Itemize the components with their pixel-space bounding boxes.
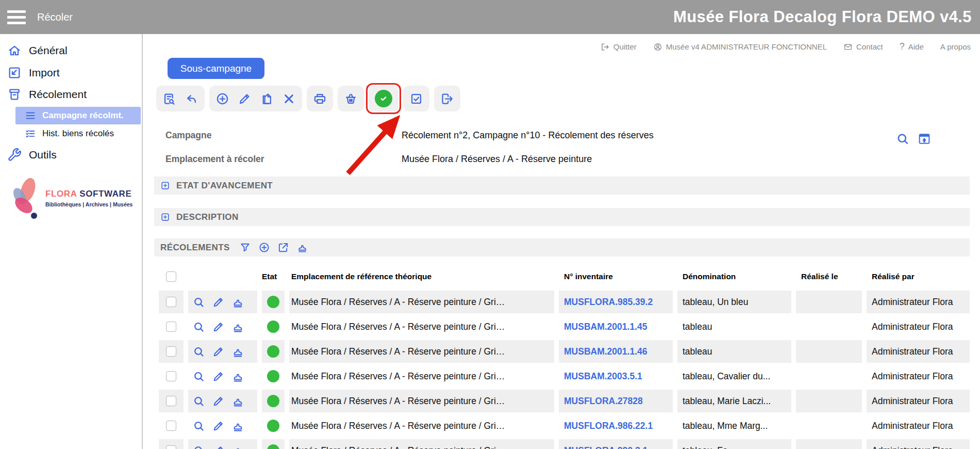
a-propos-button[interactable]: A propos <box>940 42 971 51</box>
row-actions <box>188 439 257 449</box>
denomination-cell: tableau, Marie Laczi... <box>677 390 791 412</box>
view-search-icon[interactable] <box>192 395 205 408</box>
aide-button[interactable]: ? Aide <box>900 41 924 52</box>
print-icon[interactable] <box>313 92 327 106</box>
status-dot-green <box>267 395 279 407</box>
row-actions <box>188 414 257 437</box>
view-search-icon[interactable] <box>192 296 205 309</box>
sidebar: Général Import Récolement Campagne récol… <box>0 34 143 449</box>
mail-icon <box>843 42 853 52</box>
edit-icon[interactable] <box>212 345 225 358</box>
denomination-cell: tableau, Mme Marg... <box>677 414 791 437</box>
stamp-icon[interactable] <box>231 345 244 358</box>
expand-plus-icon[interactable] <box>160 212 170 222</box>
status-cell <box>262 390 285 412</box>
undo-icon[interactable] <box>185 92 198 106</box>
basket-icon[interactable] <box>344 92 358 106</box>
contact-button[interactable]: Contact <box>843 42 883 52</box>
edit-icon[interactable] <box>238 92 252 106</box>
edit-icon[interactable] <box>212 370 225 383</box>
add-icon[interactable] <box>215 92 229 106</box>
sidebar-item-import[interactable]: Import <box>7 63 60 82</box>
list-search-icon[interactable] <box>162 92 176 106</box>
delete-icon[interactable] <box>282 92 296 106</box>
check-icon <box>378 93 389 104</box>
toolbar <box>156 86 460 111</box>
header-etat: Etat <box>262 266 285 287</box>
row-checkbox[interactable] <box>166 297 176 307</box>
section-etat-avancement: ETAT D'AVANCEMENT <box>154 177 970 195</box>
edit-icon[interactable] <box>212 296 225 309</box>
inventory-link-text[interactable]: MUSBAM.2001.1.46 <box>564 346 647 357</box>
stamp-icon[interactable] <box>296 242 308 253</box>
quitter-button[interactable]: Quitter <box>601 42 637 52</box>
inventory-link-text[interactable]: MUSBAM.2003.5.1 <box>564 371 642 382</box>
status-cell <box>262 414 285 437</box>
toolbar-group-navigation <box>156 86 205 111</box>
open-window-icon[interactable] <box>917 132 932 146</box>
inventory-link-text[interactable]: MUSFLORA.990.3.1 <box>564 445 647 449</box>
hamburger-menu-icon[interactable] <box>7 10 26 24</box>
view-search-icon[interactable] <box>192 444 205 449</box>
realise-le-cell <box>796 439 862 449</box>
current-user[interactable]: Musée v4 ADMINISTRATEUR FONCTIONNEL <box>653 42 827 52</box>
sidebar-item-campagne-recolement[interactable]: Campagne récolmt. <box>15 107 141 124</box>
inventory-link-text[interactable]: MUSFLORA.985.39.2 <box>564 297 653 308</box>
filter-funnel-icon[interactable] <box>239 242 251 253</box>
inventory-number-link: MUSBAM.2001.1.46 <box>559 340 673 363</box>
inventory-link-text[interactable]: MUSBAM.2001.1.45 <box>564 322 647 332</box>
tab-sous-campagne[interactable]: Sous-campagne <box>168 58 264 79</box>
view-search-icon[interactable] <box>192 370 205 383</box>
status-dot-green <box>267 320 279 333</box>
row-checkbox-cell <box>159 414 184 437</box>
inventory-link-text[interactable]: MUSFLORA.986.22.1 <box>564 421 653 431</box>
home-icon <box>7 43 22 58</box>
status-dot-green <box>267 420 279 432</box>
row-checkbox[interactable] <box>166 421 176 431</box>
row-checkbox[interactable] <box>166 396 176 406</box>
external-link-icon[interactable] <box>277 242 289 253</box>
edit-icon[interactable] <box>212 420 225 432</box>
sidebar-item-hist-biens-recoles[interactable]: Hist. biens récolés <box>15 125 141 142</box>
edit-icon[interactable] <box>212 320 225 333</box>
export-icon[interactable] <box>440 92 454 106</box>
view-search-icon[interactable] <box>192 320 205 333</box>
view-search-icon[interactable] <box>192 345 205 358</box>
toolbar-group-export <box>434 86 460 111</box>
sidebar-item-recolement[interactable]: Récolement <box>7 85 87 104</box>
brand-tagline: Bibliothèques | Archives | Musées <box>45 201 132 207</box>
sidebar-item-outils[interactable]: Outils <box>7 146 57 164</box>
stamp-icon[interactable] <box>231 370 244 383</box>
stamp-icon[interactable] <box>231 420 244 432</box>
validate-green-check-button[interactable] <box>375 90 392 107</box>
sidebar-item-general[interactable]: Général <box>7 41 68 60</box>
denomination-cell: tableau, Fe... <box>677 439 791 449</box>
section-description: DESCRIPTION <box>154 208 970 226</box>
row-checkbox[interactable] <box>166 371 176 381</box>
search-icon[interactable] <box>895 132 910 146</box>
multi-select-icon[interactable] <box>409 92 423 106</box>
table-row: Musée Flora / Réserves / A - Réserve pei… <box>159 340 970 363</box>
expand-plus-icon[interactable] <box>160 181 170 190</box>
add-icon[interactable] <box>258 242 270 253</box>
realise-le-cell <box>796 291 862 313</box>
view-search-icon[interactable] <box>192 420 205 432</box>
edit-icon[interactable] <box>212 395 225 408</box>
stamp-icon[interactable] <box>231 296 244 309</box>
row-checkbox[interactable] <box>166 322 176 332</box>
table-row: Musée Flora / Réserves / A - Réserve pei… <box>159 315 970 338</box>
stamp-icon[interactable] <box>231 444 244 449</box>
edit-icon[interactable] <box>212 444 225 449</box>
copy-icon[interactable] <box>260 92 274 106</box>
denomination-cell: tableau, Cavalier du... <box>677 365 791 388</box>
stamp-icon[interactable] <box>231 395 244 408</box>
row-checkbox[interactable] <box>166 346 176 357</box>
campagne-field-actions <box>895 132 932 146</box>
row-checkbox[interactable] <box>166 445 176 449</box>
stamp-icon[interactable] <box>231 320 244 333</box>
select-all-checkbox[interactable] <box>166 271 176 282</box>
emplacement-cell: Musée Flora / Réserves / A - Réserve pei… <box>289 390 554 412</box>
row-actions <box>188 340 257 363</box>
table-header-row: Etat Emplacement de référence théorique … <box>159 266 970 287</box>
inventory-link-text[interactable]: MUSFLORA.27828 <box>564 396 643 407</box>
